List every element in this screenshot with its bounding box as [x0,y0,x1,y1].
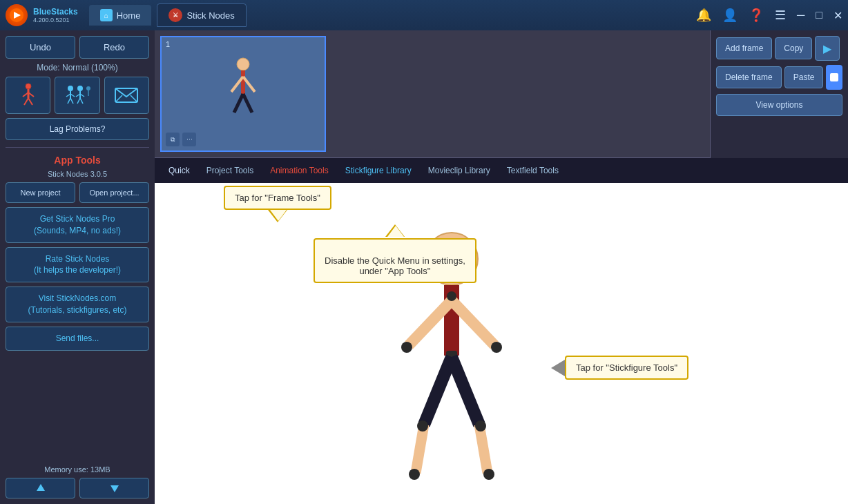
canvas-area[interactable]: Tap for "Frame Tools" Disable the Quick … [155,183,848,504]
blue-square-button[interactable] [826,65,842,90]
memory-row [6,478,149,498]
frame-number: 1 [166,40,170,48]
delete-paste-row: Delete frame Paste [716,65,842,90]
tab-project-tools[interactable]: Project Tools [198,160,262,181]
svg-point-20 [86,86,90,90]
svg-marker-26 [110,485,119,492]
brand-version: 4.200.0.5201 [33,17,78,23]
svg-point-49 [447,291,456,301]
icon-tools-row [6,77,149,114]
account-icon[interactable]: 👤 [722,8,738,23]
new-project-button[interactable]: New project [6,182,75,203]
tab-movieclip-library[interactable]: Movieclip Library [420,160,499,181]
project-row: New project Open project... [6,182,149,203]
svg-line-44 [479,425,488,473]
titlebar: BlueStacks 4.200.0.5201 ⌂ Home ⚔ Stick N… [0,0,848,30]
view-options-button[interactable]: View options [716,94,842,116]
notification-icon[interactable]: 🔔 [696,8,711,23]
tooltip-disable-text: Disable the Quick Menu in settings, unde… [325,255,465,276]
frame-stickfigure [219,56,267,132]
undo-redo-row: Undo Redo [6,36,149,59]
tab-stickfigure-library[interactable]: Stickfigure Library [337,160,420,181]
svg-line-24 [131,95,137,102]
content-area: 1 ⧉ ⋯ [155,30,848,504]
frame-strip: 1 ⧉ ⋯ [155,30,710,158]
add-frame-button[interactable]: Add frame [716,37,772,59]
app-tools-version: Stick Nodes 3.0.5 [6,170,149,178]
undo-button[interactable]: Undo [6,36,75,59]
svg-point-27 [237,58,249,70]
svg-point-39 [491,342,502,353]
tooltip-stickfigure-tools: Tap for "Stickfigure Tools" [551,356,688,380]
send-files-button[interactable]: Send files... [6,327,149,351]
close-button[interactable]: ✕ [833,9,842,22]
add-copy-row: Add frame Copy ▶ [716,36,842,61]
svg-line-13 [70,98,73,104]
menu-icon[interactable]: ☰ [775,8,786,23]
svg-line-19 [80,98,83,104]
svg-line-18 [77,98,80,104]
frame-section: 1 ⧉ ⋯ [155,30,848,158]
help-icon[interactable]: ❓ [749,8,764,23]
mode-label: Mode: Normal (100%) [6,63,149,72]
memory-down-button[interactable] [79,478,149,498]
svg-point-47 [409,469,420,480]
tooltip-frame-tools-text: Tap for "Frame Tools" [235,193,320,203]
svg-line-41 [424,357,452,425]
svg-line-23 [115,95,122,102]
svg-marker-25 [37,484,45,491]
tab-quick[interactable]: Quick [160,160,198,181]
svg-line-6 [24,98,28,105]
svg-line-42 [452,357,479,425]
minimize-button[interactable]: ─ [797,9,804,21]
tab-home[interactable]: ⌂ Home [89,5,152,26]
toolbar-tabs: Quick Project Tools Animation Tools Stic… [155,158,848,183]
svg-point-46 [475,420,486,432]
svg-line-32 [243,94,252,113]
tooltip-disable-quick: Disable the Quick Menu in settings, unde… [314,224,476,283]
window-controls: 🔔 👤 ❓ ☰ ─ □ ✕ [696,8,842,23]
frame-icon-copy: ⧉ [166,133,180,146]
tab-home-label: Home [117,10,141,21]
rate-button[interactable]: Rate Stick Nodes (It helps the developer… [6,247,149,283]
get-pro-button[interactable]: Get Stick Nodes Pro (Sounds, MP4, no ads… [6,207,149,243]
maximize-button[interactable]: □ [816,9,822,21]
app-tools-title: App Tools [6,155,149,166]
svg-point-2 [26,84,31,89]
svg-line-31 [234,94,243,113]
frame-panel-1[interactable]: 1 ⧉ ⋯ [160,36,326,152]
tooltip-frame-tools: Tap for "Frame Tools" [224,183,331,221]
stickman-tool[interactable] [6,77,50,114]
divider1 [6,147,149,148]
svg-line-7 [28,98,32,105]
svg-point-48 [483,469,494,480]
brand-info: BlueStacks 4.200.0.5201 [33,7,78,23]
svg-rect-33 [830,73,838,81]
svg-point-8 [68,86,73,91]
svg-point-38 [401,342,412,353]
tab-textfield-tools[interactable]: Textfield Tools [499,160,567,181]
tooltip-stickfigure-text: Tap for "Stickfigure Tools" [576,362,677,373]
frame-controls: Add frame Copy ▶ Delete frame Paste View… [710,30,848,158]
main-layout: Undo Redo Mode: Normal (100%) [0,30,848,504]
group-tool[interactable] [55,77,99,114]
envelope-tool[interactable] [104,77,149,114]
delete-frame-button[interactable]: Delete frame [716,66,782,88]
svg-point-14 [77,86,83,91]
copy-button[interactable]: Copy [775,37,812,59]
visit-button[interactable]: Visit StickNodes.com (Tutorials, stickfi… [6,287,149,322]
brand-name: BlueStacks [33,7,78,17]
tab-sticknodes-label: Stick Nodes [186,10,234,21]
bluestacks-logo [6,4,28,26]
tab-animation-tools[interactable]: Animation Tools [262,160,337,181]
redo-button[interactable]: Redo [79,36,149,59]
svg-line-12 [68,98,70,104]
memory-up-button[interactable] [6,478,75,498]
play-button[interactable]: ▶ [815,36,840,61]
open-project-button[interactable]: Open project... [79,182,149,203]
lag-problems-button[interactable]: Lag Problems? [6,118,149,140]
paste-button[interactable]: Paste [784,66,824,88]
svg-line-43 [416,425,424,473]
home-icon: ⌂ [100,9,113,21]
tab-sticknodes[interactable]: ⚔ Stick Nodes [157,3,246,27]
